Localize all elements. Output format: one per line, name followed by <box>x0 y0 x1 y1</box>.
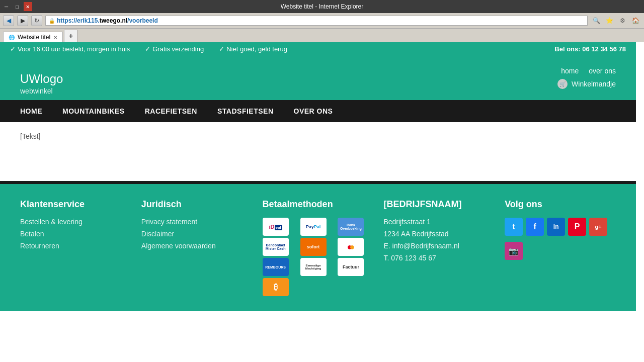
benefits-list: ✓Voor 16:00 uur besteld, morgen in huis … <box>10 45 287 53</box>
main-content: [Tekst] <box>0 122 636 183</box>
link-disclaimer[interactable]: Disclaimer <box>141 230 174 238</box>
address-bar[interactable]: 🔒 https://erik115.tweego.nl/voorbeeld <box>45 16 588 26</box>
refresh-button[interactable]: ↻ <box>31 15 42 26</box>
lock-icon: 🔒 <box>49 18 55 24</box>
payment-rembours: REMBOURS <box>263 258 289 276</box>
payment-bancontact: BancontactMister Cash <box>263 238 289 256</box>
company-street: Bedrijfsstraat 1 <box>383 218 495 226</box>
cart-icon: 🛒 <box>557 79 568 89</box>
maximize-button[interactable]: □ <box>13 2 21 11</box>
juridisch-title: Juridisch <box>141 199 253 210</box>
benefit-2: ✓Gratis verzending <box>145 45 204 53</box>
check-icon-2: ✓ <box>145 45 150 53</box>
payment-methods-grid: iDeal PayPal Bank Overboeking Bancontact… <box>263 218 374 296</box>
link-voorwaarden[interactable]: Algemene voorwaarden <box>141 242 216 250</box>
nav-link-stadsfietsen[interactable]: STADSFIETSEN <box>207 100 284 122</box>
company-city: 1234 AA Bedrijfsstad <box>383 230 495 238</box>
nav-item-home[interactable]: HOME <box>10 100 52 122</box>
back-button[interactable]: ◀ <box>3 15 14 26</box>
social-icons-group: t f in P g+ 📷 <box>505 218 616 260</box>
payment-machtiging: Eenmalige Machtiging <box>300 258 327 276</box>
company-title: [BEDRIJFSNAAM] <box>383 199 495 210</box>
social-row-2: 📷 <box>505 242 523 260</box>
logo-sub: logo <box>40 72 63 85</box>
list-item: Disclaimer <box>141 230 253 238</box>
nav-link-overons[interactable]: OVER ONS <box>284 100 343 122</box>
nav-link-racefietsen[interactable]: RACEFIETSEN <box>135 100 207 122</box>
twitter-icon[interactable]: t <box>505 218 523 236</box>
title-bar: ─ □ ✕ Website titel - Internet Explorer <box>0 0 644 13</box>
linkedin-icon[interactable]: in <box>547 218 565 236</box>
header-nav-links: home over ons <box>557 67 616 75</box>
list-item: Retourneren <box>20 242 131 250</box>
link-retourneren[interactable]: Retourneren <box>20 242 59 250</box>
nav-item-mountainbikes[interactable]: MOUNTAINBIKES <box>52 100 135 122</box>
company-email: E. info@Bedrijfsnaam.nl <box>383 242 495 250</box>
close-button[interactable]: ✕ <box>24 2 32 11</box>
footer-col-company: [BEDRIJFSNAAM] Bedrijfsstraat 1 1234 AA … <box>383 199 495 296</box>
minimize-button[interactable]: ─ <box>2 2 11 11</box>
payment-paypal: PayPal <box>300 218 327 236</box>
social-title: Volg ons <box>505 199 616 210</box>
instagram-icon[interactable]: 📷 <box>505 242 523 260</box>
favorites-icon[interactable]: ⭐ <box>604 15 615 26</box>
link-betalen[interactable]: Betalen <box>20 230 44 238</box>
active-tab[interactable]: 🌐 Website titel ✕ <box>3 32 63 42</box>
nav-item-stadsfietsen[interactable]: STADSFIETSEN <box>207 100 284 122</box>
nav-icon-group: 🔍 ⭐ ⚙ 🏠 <box>591 15 641 26</box>
klantenservice-title: Klantenservice <box>20 199 131 210</box>
juridisch-list: Privacy statement Disclaimer Algemene vo… <box>141 218 253 250</box>
nav-about-link[interactable]: over ons <box>589 67 616 75</box>
facebook-icon[interactable]: f <box>526 218 544 236</box>
benefit-1: ✓Voor 16:00 uur besteld, morgen in huis <box>10 45 130 53</box>
forward-button[interactable]: ▶ <box>17 15 28 26</box>
main-navigation: HOME MOUNTAINBIKES RACEFIETSEN STADSFIET… <box>0 100 636 122</box>
header-right-nav: home over ons 🛒 Winkelmandje <box>557 67 616 89</box>
footer-col-betaalmethoden: Betaalmethoden iDeal PayPal Bank Overboe… <box>263 199 374 296</box>
company-phone: T. 076 123 45 67 <box>383 254 495 262</box>
search-icon[interactable]: 🔍 <box>591 15 602 26</box>
nav-home-link[interactable]: home <box>561 67 579 75</box>
url-text: https://erik115.tweego.nl/voorbeeld <box>57 17 158 24</box>
payment-sofort: sofort <box>300 238 327 256</box>
link-bestellen[interactable]: Bestellen & levering <box>20 218 83 226</box>
betaalmethoden-title: Betaalmethoden <box>263 199 374 210</box>
browser-chrome: ─ □ ✕ Website titel - Internet Explorer … <box>0 0 644 42</box>
tab-close-button[interactable]: ✕ <box>53 35 57 40</box>
payment-ideal: iDeal <box>263 218 289 236</box>
googleplus-icon[interactable]: g+ <box>589 218 607 236</box>
list-item: Algemene voorwaarden <box>141 242 253 250</box>
cart-area[interactable]: 🛒 Winkelmandje <box>557 79 616 89</box>
tab-label: Website titel <box>18 34 50 41</box>
logo-area: UWlogo webwinkel <box>20 61 63 95</box>
check-icon-3: ✓ <box>219 45 224 53</box>
footer-col-klantenservice: Klantenservice Bestellen & levering Beta… <box>20 199 131 296</box>
nav-link-home[interactable]: HOME <box>10 100 52 122</box>
window-title: Website titel - Internet Explorer <box>32 3 612 10</box>
tab-bar: 🌐 Website titel ✕ + <box>0 29 644 42</box>
payment-bitcoin: ₿ <box>263 278 289 296</box>
benefit-3: ✓Niet goed, geld terug <box>219 45 287 53</box>
tab-favicon: 🌐 <box>9 35 15 40</box>
logo: UWlogo <box>20 61 63 87</box>
site-footer: Klantenservice Bestellen & levering Beta… <box>0 184 636 311</box>
new-tab-button[interactable]: + <box>64 30 77 42</box>
nav-link-mountainbikes[interactable]: MOUNTAINBIKES <box>52 100 135 122</box>
cart-label: Winkelmandje <box>572 80 616 88</box>
link-privacy[interactable]: Privacy statement <box>141 218 197 226</box>
nav-item-racefietsen[interactable]: RACEFIETSEN <box>135 100 207 122</box>
settings-icon[interactable]: ⚙ <box>617 15 628 26</box>
payment-factuur: Factuur <box>338 258 364 276</box>
list-item: Privacy statement <box>141 218 253 226</box>
list-item: Betalen <box>20 230 131 238</box>
payment-mastercard: ●● <box>338 238 364 256</box>
nav-list: HOME MOUNTAINBIKES RACEFIETSEN STADSFIET… <box>10 100 626 122</box>
pinterest-icon[interactable]: P <box>568 218 586 236</box>
footer-grid: Klantenservice Bestellen & levering Beta… <box>20 199 616 296</box>
nav-item-overons[interactable]: OVER ONS <box>284 100 343 122</box>
home-browser-icon[interactable]: 🏠 <box>630 15 641 26</box>
site-header: UWlogo webwinkel home over ons 🛒 Winkelm… <box>0 56 636 100</box>
footer-col-social: Volg ons t f in P g+ 📷 <box>505 199 616 296</box>
list-item: Bestellen & levering <box>20 218 131 226</box>
payment-bankoverboeking: Bank Overboeking <box>338 218 364 236</box>
